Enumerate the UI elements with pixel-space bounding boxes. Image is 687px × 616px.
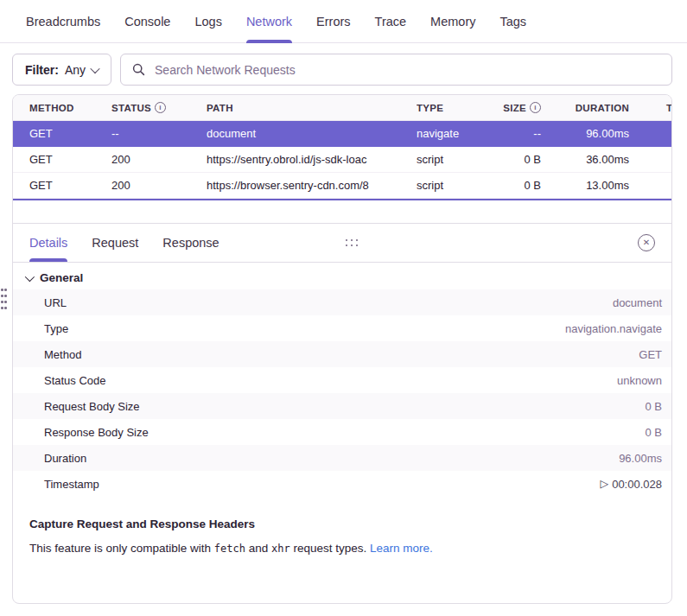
kv-row-request-body-size: Request Body Size 0 B — [13, 393, 671, 419]
chevron-down-icon — [25, 271, 35, 281]
search-input[interactable] — [153, 62, 660, 78]
table-row[interactable]: GET -- document navigate -- 96.00ms — [13, 121, 671, 147]
tab-response[interactable]: Response — [162, 224, 219, 262]
kv-row-duration: Duration 96.00ms — [13, 445, 671, 471]
network-panel: METHOD STATUSi PATH TYPE SIZEi DURATION … — [12, 94, 672, 604]
table-row[interactable]: GET 200 https://browser.sentry-cdn.com/8… — [13, 173, 671, 199]
tab-memory[interactable]: Memory — [430, 0, 475, 42]
col-type: TYPE — [417, 103, 491, 113]
drag-handle-icon[interactable] — [346, 239, 359, 247]
capture-headers-note: Capture Request and Response Headers Thi… — [13, 497, 671, 557]
search-icon — [132, 63, 145, 76]
learn-more-link[interactable]: Learn more. — [370, 542, 433, 555]
table-row[interactable]: GET 200 https://sentry.obrol.id/js-sdk-l… — [13, 147, 671, 173]
filter-label: Filter: — [25, 63, 59, 77]
kv-row-method: Method GET — [13, 341, 671, 367]
tab-breadcrumbs[interactable]: Breadcrumbs — [26, 0, 100, 42]
details-header: Details Request Response ✕ — [13, 223, 671, 263]
panel-resize-handle[interactable] — [1, 289, 7, 312]
col-size: SIZEi — [491, 102, 548, 113]
col-timestamp: TIMESTAMP — [636, 103, 672, 113]
kv-row-url: URL document — [13, 289, 671, 315]
tab-tags[interactable]: Tags — [499, 0, 526, 42]
general-section-toggle[interactable]: General — [13, 263, 671, 289]
code-fetch: fetch — [214, 543, 245, 555]
kv-row-type: Type navigation.navigate — [13, 315, 671, 341]
info-icon[interactable]: i — [530, 102, 541, 113]
top-tabbar: Breadcrumbs Console Logs Network Errors … — [0, 0, 687, 43]
info-icon[interactable]: i — [155, 102, 166, 113]
col-status: STATUSi — [111, 102, 207, 113]
table-header: METHOD STATUSi PATH TYPE SIZEi DURATION … — [13, 95, 671, 121]
filter-value: Any — [65, 63, 86, 77]
capture-headers-title: Capture Request and Response Headers — [29, 518, 655, 530]
kv-row-timestamp: Timestamp ▷ 00:00.028 — [13, 471, 671, 497]
kv-row-response-body-size: Response Body Size 0 B — [13, 419, 671, 445]
tab-logs[interactable]: Logs — [194, 0, 221, 42]
filter-row: Filter: Any — [12, 54, 672, 86]
search-box[interactable] — [120, 54, 672, 86]
capture-headers-text: This feature is only compatible with fet… — [29, 541, 655, 557]
tab-request[interactable]: Request — [92, 224, 138, 262]
kv-row-status-code: Status Code unknown — [13, 367, 671, 393]
general-section-title: General — [40, 271, 83, 284]
code-xhr: xhr — [271, 543, 290, 555]
table-empty-space — [13, 200, 671, 223]
tab-network[interactable]: Network — [246, 0, 292, 42]
tab-errors[interactable]: Errors — [316, 0, 350, 42]
tab-console[interactable]: Console — [124, 0, 170, 42]
col-duration: DURATION — [548, 103, 636, 113]
play-icon: ▷ — [601, 479, 609, 490]
close-icon[interactable]: ✕ — [638, 234, 655, 251]
timestamp-jump-link[interactable]: ▷ 00:00.028 — [601, 478, 662, 491]
general-kv-list: URL document Type navigation.navigate Me… — [13, 289, 671, 497]
filter-dropdown[interactable]: Filter: Any — [12, 54, 111, 86]
col-path: PATH — [207, 103, 417, 113]
tab-details[interactable]: Details — [29, 224, 67, 262]
tab-trace[interactable]: Trace — [375, 0, 407, 42]
col-method: METHOD — [29, 103, 111, 113]
chevron-down-icon — [90, 63, 99, 73]
